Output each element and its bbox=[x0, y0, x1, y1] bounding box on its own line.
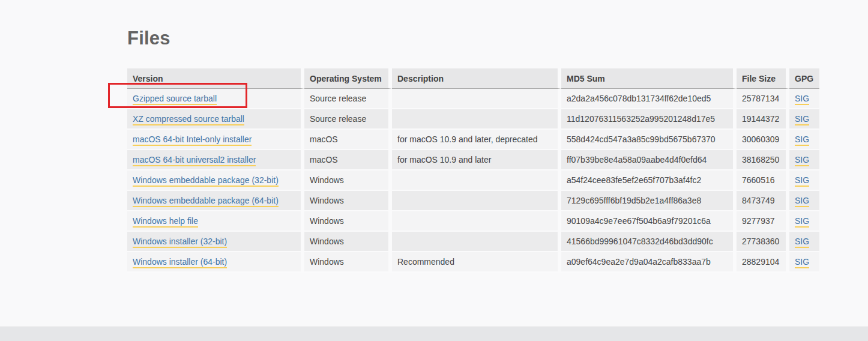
description-cell: for macOS 10.9 and later, deprecated bbox=[392, 130, 561, 150]
description-cell bbox=[392, 109, 561, 130]
table-row: XZ compressed source tarball Source rele… bbox=[127, 109, 819, 130]
table-row: Windows help file Windows 90109a4c9e7ee6… bbox=[127, 211, 819, 232]
os-cell: Source release bbox=[304, 109, 392, 130]
file-link[interactable]: macOS 64-bit Intel-only installer bbox=[133, 134, 252, 146]
filesize-cell: 27738360 bbox=[737, 232, 789, 252]
gpg-cell: SIG bbox=[789, 252, 819, 273]
os-cell: macOS bbox=[304, 150, 392, 170]
filesize-cell: 25787134 bbox=[737, 89, 789, 109]
column-header-os: Operating System bbox=[304, 68, 392, 89]
column-header-gpg: GPG bbox=[789, 68, 819, 89]
description-cell bbox=[392, 89, 561, 109]
gpg-cell: SIG bbox=[789, 89, 819, 109]
md5-cell: a2da2a456c078db131734ff62de10ed5 bbox=[561, 89, 737, 109]
version-cell: XZ compressed source tarball bbox=[127, 109, 304, 130]
page: Files Version Operating System Descripti… bbox=[0, 0, 868, 341]
file-link[interactable]: Windows embeddable package (32-bit) bbox=[133, 175, 279, 187]
md5-cell: 7129c695fff6bf19d5b2e1a4ff86a3e8 bbox=[561, 191, 737, 211]
description-cell bbox=[392, 232, 561, 252]
footer-band bbox=[0, 327, 868, 341]
file-link[interactable]: Windows embeddable package (64-bit) bbox=[133, 196, 279, 207]
version-cell: macOS 64-bit universal2 installer bbox=[127, 150, 304, 170]
column-header-md5: MD5 Sum bbox=[561, 68, 737, 89]
gpg-cell: SIG bbox=[789, 232, 819, 252]
table-row: macOS 64-bit Intel-only installer macOS … bbox=[127, 130, 819, 150]
sig-link[interactable]: SIG bbox=[795, 94, 809, 105]
sig-link[interactable]: SIG bbox=[795, 155, 809, 166]
md5-cell: a54f24cee83fe5ef2e65f707b3af4fc2 bbox=[561, 170, 737, 191]
description-cell bbox=[392, 170, 561, 191]
sig-link[interactable]: SIG bbox=[795, 237, 809, 248]
md5-cell: 11d12076311563252a995201248d17e5 bbox=[561, 109, 737, 130]
md5-cell: 558d424cd547a3a85c99bd5675b67370 bbox=[561, 130, 737, 150]
page-title: Files bbox=[127, 28, 170, 49]
os-cell: macOS bbox=[304, 130, 392, 150]
os-cell: Windows bbox=[304, 232, 392, 252]
description-cell: for macOS 10.9 and later bbox=[392, 150, 561, 170]
os-cell: Windows bbox=[304, 252, 392, 273]
sig-link[interactable]: SIG bbox=[795, 216, 809, 228]
gpg-cell: SIG bbox=[789, 170, 819, 191]
gpg-cell: SIG bbox=[789, 109, 819, 130]
version-cell: Windows embeddable package (64-bit) bbox=[127, 191, 304, 211]
sig-link[interactable]: SIG bbox=[795, 257, 809, 268]
sig-link[interactable]: SIG bbox=[795, 175, 809, 187]
table-row: Windows embeddable package (64-bit) Wind… bbox=[127, 191, 819, 211]
file-link[interactable]: Windows installer (32-bit) bbox=[133, 237, 227, 248]
md5-cell: 41566bd99961047c8332d46bd3dd90fc bbox=[561, 232, 737, 252]
gpg-cell: SIG bbox=[789, 130, 819, 150]
version-cell: Windows embeddable package (32-bit) bbox=[127, 170, 304, 191]
filesize-cell: 9277937 bbox=[737, 211, 789, 232]
md5-cell: ff07b39be8e4a58a09aabe4d4f0efd64 bbox=[561, 150, 737, 170]
table-row: Windows embeddable package (32-bit) Wind… bbox=[127, 170, 819, 191]
md5-cell: a09ef64c9ea2e7d9a04a2cafb833aa7b bbox=[561, 252, 737, 273]
sig-link[interactable]: SIG bbox=[795, 196, 809, 207]
filesize-cell: 28829104 bbox=[737, 252, 789, 273]
file-link[interactable]: Windows help file bbox=[133, 216, 198, 228]
column-header-version: Version bbox=[127, 68, 304, 89]
filesize-cell: 7660516 bbox=[737, 170, 789, 191]
gpg-cell: SIG bbox=[789, 211, 819, 232]
filesize-cell: 19144372 bbox=[737, 109, 789, 130]
file-link[interactable]: macOS 64-bit universal2 installer bbox=[133, 155, 256, 166]
file-link[interactable]: XZ compressed source tarball bbox=[133, 114, 244, 125]
os-cell: Windows bbox=[304, 211, 392, 232]
filesize-cell: 30060309 bbox=[737, 130, 789, 150]
sig-link[interactable]: SIG bbox=[795, 114, 809, 125]
file-link[interactable]: Windows installer (64-bit) bbox=[133, 257, 227, 268]
files-table: Version Operating System Description MD5… bbox=[127, 68, 819, 273]
version-cell: Gzipped source tarball bbox=[127, 89, 304, 109]
version-cell: Windows installer (64-bit) bbox=[127, 252, 304, 273]
os-cell: Windows bbox=[304, 170, 392, 191]
table-row: Gzipped source tarball Source release a2… bbox=[127, 89, 819, 109]
table-row: Windows installer (32-bit) Windows 41566… bbox=[127, 232, 819, 252]
column-header-description: Description bbox=[392, 68, 561, 89]
md5-cell: 90109a4c9e7ee67f504b6a9f79201c6a bbox=[561, 211, 737, 232]
version-cell: Windows help file bbox=[127, 211, 304, 232]
filesize-cell: 38168250 bbox=[737, 150, 789, 170]
gpg-cell: SIG bbox=[789, 150, 819, 170]
description-cell bbox=[392, 211, 561, 232]
os-cell: Windows bbox=[304, 191, 392, 211]
column-header-filesize: File Size bbox=[737, 68, 789, 89]
description-cell: Recommended bbox=[392, 252, 561, 273]
table-row: Windows installer (64-bit) Windows Recom… bbox=[127, 252, 819, 273]
version-cell: macOS 64-bit Intel-only installer bbox=[127, 130, 304, 150]
description-cell bbox=[392, 191, 561, 211]
os-cell: Source release bbox=[304, 89, 392, 109]
file-link[interactable]: Gzipped source tarball bbox=[133, 94, 217, 105]
sig-link[interactable]: SIG bbox=[795, 134, 809, 146]
version-cell: Windows installer (32-bit) bbox=[127, 232, 304, 252]
table-header-row: Version Operating System Description MD5… bbox=[127, 68, 819, 89]
gpg-cell: SIG bbox=[789, 191, 819, 211]
filesize-cell: 8473749 bbox=[737, 191, 789, 211]
table-row: macOS 64-bit universal2 installer macOS … bbox=[127, 150, 819, 170]
